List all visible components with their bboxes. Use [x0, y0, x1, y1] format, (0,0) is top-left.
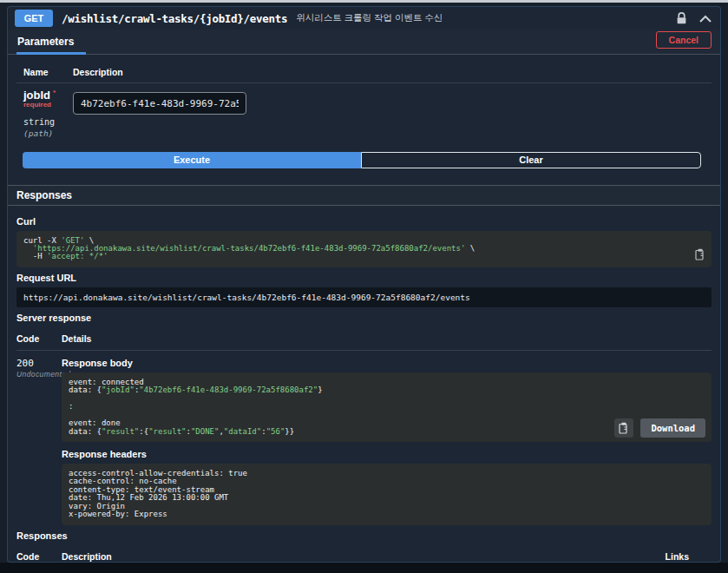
response-body-label: Response body: [62, 358, 712, 368]
param-description-cell: [73, 89, 246, 138]
clipboard-copy-icon[interactable]: [614, 418, 633, 438]
execute-row: Execute Clear: [23, 152, 701, 168]
param-name: jobId* required: [23, 89, 73, 115]
lock-icon[interactable]: [674, 10, 689, 27]
status-code-cell: 200 Undocumented: [16, 358, 62, 525]
server-response-row: 200 Undocumented Response body event: co…: [16, 351, 712, 525]
chevron-up-icon[interactable]: [698, 13, 713, 24]
param-location: (path): [23, 128, 73, 138]
col-description-header: Description: [73, 67, 123, 77]
responses-title: Responses: [16, 189, 72, 201]
undocumented-label: Undocumented: [16, 370, 62, 379]
param-type: string: [23, 117, 73, 127]
col-name-header: Name: [23, 67, 73, 77]
request-url-value: https://api.donakawa.site/wishlist/crawl…: [16, 287, 712, 307]
jobid-input[interactable]: [73, 92, 246, 115]
request-url-label: Request URL: [16, 273, 712, 283]
col-code-header: Code: [16, 551, 62, 562]
server-response-table-header: Code Details: [16, 327, 712, 351]
response-headers-label: Response headers: [62, 449, 712, 459]
response-body-block: event: connected data: {"jobId":"4b72ebf…: [62, 372, 712, 442]
opblock-get: GET /wishlist/crawl-tasks/{jobId}/events…: [7, 6, 721, 563]
table-row: jobId* required string (path): [16, 83, 712, 138]
curl-label: Curl: [16, 216, 712, 227]
curl-block: curl -X 'GET' \ 'https://api.donakawa.si…: [16, 231, 712, 267]
clear-button[interactable]: Clear: [361, 152, 701, 168]
http-method-badge: GET: [15, 10, 53, 27]
documented-responses-header: Code Description Links: [16, 545, 712, 563]
col-code-header: Code: [16, 333, 62, 344]
documented-responses-title: Responses: [16, 530, 712, 541]
bottom-divider: [0, 563, 728, 573]
param-name-cell: jobId* required string (path): [23, 89, 73, 138]
curl-command: curl -X 'GET' \ 'https://api.donakawa.si…: [23, 237, 705, 261]
response-details-cell: Response body event: connected data: {"j…: [62, 358, 712, 525]
clipboard-copy-icon[interactable]: [695, 248, 705, 262]
col-links-header: Links: [666, 551, 712, 562]
response-body-actions: Download: [614, 418, 705, 438]
parameters-bar: Parameters Cancel: [8, 30, 720, 55]
execute-button[interactable]: Execute: [23, 152, 361, 168]
download-button[interactable]: Download: [640, 418, 705, 438]
status-code: 200: [16, 358, 62, 369]
operation-header[interactable]: GET /wishlist/crawl-tasks/{jobId}/events…: [8, 7, 720, 30]
parameters-table-header: Name Description: [16, 60, 712, 83]
col-details-header: Details: [62, 333, 91, 344]
swagger-operation-panel: GET /wishlist/crawl-tasks/{jobId}/events…: [0, 0, 728, 573]
col-description-header: Description: [62, 551, 112, 562]
responses-content: Curl curl -X 'GET' \ 'https://api.donaka…: [8, 206, 720, 563]
response-headers-block: access-control-allow-credentials: true c…: [62, 464, 712, 525]
response-body-text: event: connected data: {"jobId":"4b72ebf…: [69, 379, 705, 436]
endpoint-summary: 위시리스트 크롤링 작업 이벤트 수신: [296, 12, 443, 24]
tab-parameters[interactable]: Parameters: [16, 31, 86, 55]
parameters-table: Name Description jobId* required string …: [8, 55, 720, 138]
cancel-button[interactable]: Cancel: [656, 31, 712, 49]
responses-section-header: Responses: [8, 185, 720, 206]
endpoint-path: /wishlist/crawl-tasks/{jobId}/events: [62, 12, 287, 25]
server-response-label: Server response: [16, 313, 712, 323]
top-divider: [0, 0, 728, 3]
